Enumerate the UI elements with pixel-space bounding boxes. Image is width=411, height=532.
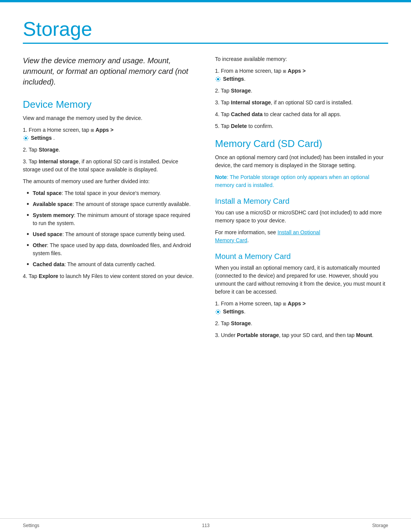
install-memory-link-paragraph: For more information, see Install an Opt… [215,228,388,244]
inc-step-5: Tap Delete to confirm. [215,122,388,130]
apps-icon-3: ⊞ [283,302,286,306]
inc-step-5-bold: Delete [231,123,247,129]
mount-step-3-bold: Portable storage [237,332,279,338]
bullet-available-space: Available space: The amount of storage s… [27,200,196,208]
mount-settings-label: Settings [223,308,244,315]
bullet-used-space: Used space: The amount of storage space … [27,230,196,238]
mount-memory-subtitle: Mount a Memory Card [215,252,388,261]
bullet-system-memory: System memory: The minimum amount of sto… [27,211,196,227]
footer-right: Storage [372,523,388,528]
page-title: Storage [23,18,388,40]
inc-step-4-bold: Cached data [231,111,263,117]
intro-text: View the device memory and usage. Mount,… [23,55,196,87]
mount-step-2: Tap Storage. [215,320,388,328]
mount-step-3-bold2: Mount [356,332,372,338]
content-area: Storage View the device memory and usage… [0,2,411,366]
footer-left: Settings [23,523,39,528]
inc-apps-label: Apps > [288,68,306,74]
step-3: Tap Internal storage, if an optional SD … [23,158,196,268]
step-3-note: The amounts of memory used are further d… [23,177,196,185]
memory-card-note: Note: The Portable storage option only a… [215,173,388,189]
two-col-layout: View the device memory and usage. Mount,… [23,55,388,343]
bullet-list: Total space: The total space in your dev… [27,189,196,268]
inc-step-2: Tap Storage. [215,87,388,95]
footer-center: 113 [202,523,210,528]
mount-step-2-bold: Storage [231,320,251,326]
step-1-text: From a Home screen, tap ⊞ Apps > Setting… [23,127,113,141]
footer: Settings 113 Storage [0,518,411,532]
apps-icon: ⊞ [91,128,94,133]
inc-step-1: From a Home screen, tap ⊞ Apps > Setting… [215,67,388,83]
bullet-total-space: Total space: The total space in your dev… [27,189,196,197]
settings-label-1: Settings [31,135,52,141]
note-body: : The Portable storage option only appea… [215,174,369,188]
note-label: Note [215,174,227,180]
memory-card-description: Once an optional memory card (not includ… [215,153,388,169]
step-2: Tap Storage. [23,146,196,154]
mount-memory-description: When you install an optional memory card… [215,264,388,296]
device-memory-title: Device Memory [23,99,196,110]
inc-settings-label: Settings [223,76,244,82]
svg-point-2 [217,311,219,313]
mount-apps-label: Apps > [288,300,306,307]
settings-gear-icon-3 [215,309,221,315]
memory-card-title: Memory Card (SD Card) [215,138,388,150]
install-memory-subtitle: Install a Memory Card [215,197,388,206]
bullet-other: Other: The space used by app data, downl… [27,241,196,257]
bullet-cached-data: Cached data: The amount of data currentl… [27,260,196,268]
apps-icon-2: ⊞ [283,69,286,73]
title-divider [23,43,388,44]
increase-memory-steps: From a Home screen, tap ⊞ Apps > Setting… [215,67,388,130]
right-column: To increase available memory: From a Hom… [215,55,388,343]
mount-step-1: From a Home screen, tap ⊞ Apps > Setting… [215,300,388,316]
step-3-bold: Internal storage [39,158,79,165]
mount-step-3: Under Portable storage, tap your SD card… [215,331,388,339]
apps-label: Apps > [96,127,113,133]
inc-step-3-bold: Internal storage [231,99,271,105]
step-4-bold: Explore [39,273,58,279]
svg-point-0 [25,137,27,139]
install-memory-description: You can use a microSD or microSDHC card … [215,209,388,225]
page: Storage View the device memory and usage… [0,0,411,532]
step-4: Tap Explore to launch My Files to view c… [23,272,196,280]
svg-point-1 [217,78,219,80]
inc-step-2-bold: Storage [231,88,251,94]
install-link-prefix: For more information, see [215,229,276,235]
increase-memory-label: To increase available memory: [215,55,388,63]
left-column: View the device memory and usage. Mount,… [23,55,196,343]
step-2-bold: Storage [39,147,59,153]
device-memory-steps: From a Home screen, tap ⊞ Apps > Setting… [23,126,196,280]
device-memory-description: View and manage the memory used by the d… [23,114,196,122]
inc-step-4: Tap Cached data to clear cached data for… [215,110,388,118]
mount-memory-steps: From a Home screen, tap ⊞ Apps > Setting… [215,300,388,339]
step-1: From a Home screen, tap ⊞ Apps > Setting… [23,126,196,142]
settings-gear-icon-1 [23,135,29,141]
inc-step-3: Tap Internal storage, if an optional SD … [215,99,388,107]
settings-gear-icon-2 [215,76,221,82]
